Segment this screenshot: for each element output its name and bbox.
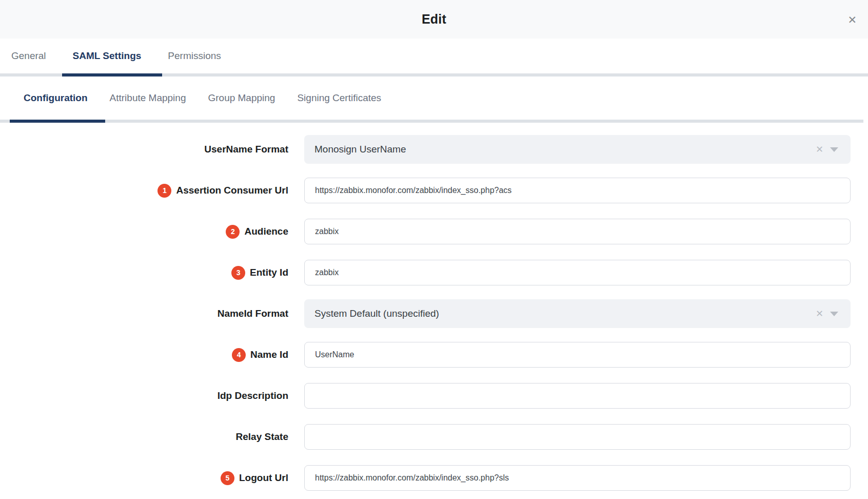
active-tab-indicator: [62, 73, 162, 76]
label-col: Idp Description: [0, 390, 288, 401]
subtab-configuration[interactable]: Configuration: [24, 92, 88, 104]
field-label: Relay State: [236, 431, 288, 443]
name-id-input[interactable]: [304, 342, 851, 368]
nameid-format-select[interactable]: System Default (unspecified)✕: [304, 299, 851, 328]
form-row-logout-url: 5Logout Url: [0, 457, 868, 498]
field-label: Idp Description: [218, 390, 288, 401]
assertion-consumer-url-input[interactable]: [304, 178, 851, 203]
form-row-relay-state: Relay State: [0, 416, 868, 457]
clear-icon[interactable]: ✕: [816, 145, 823, 154]
field-label: Logout Url: [239, 472, 288, 484]
select-value: System Default (unspecified): [314, 308, 816, 319]
form-row-nameid-format: NameId FormatSystem Default (unspecified…: [0, 293, 868, 334]
close-icon[interactable]: ✕: [845, 12, 859, 27]
field-label: Assertion Consumer Url: [176, 185, 288, 196]
form-row-name-id: 4Name Id: [0, 334, 868, 375]
field-col: System Default (unspecified)✕: [304, 299, 851, 328]
step-badge: 4: [232, 348, 246, 362]
form-row-entity-id: 3Entity Id: [0, 252, 868, 293]
select-icons: ✕: [816, 145, 838, 154]
label-col: NameId Format: [0, 308, 288, 319]
label-col: Relay State: [0, 431, 288, 443]
idp-description-input[interactable]: [304, 383, 851, 409]
field-col: [304, 219, 851, 244]
main-tab-track: [0, 73, 868, 76]
field-label: Audience: [244, 226, 288, 237]
step-badge: 3: [231, 266, 245, 280]
subtab-group-mapping[interactable]: Group Mapping: [208, 92, 275, 104]
field-col: [304, 260, 851, 285]
tab-general[interactable]: General: [11, 39, 60, 73]
field-label: Name Id: [250, 349, 288, 360]
form-row-idp-description: Idp Description: [0, 375, 868, 416]
logout-url-input[interactable]: [304, 465, 851, 491]
label-col: UserName Format: [0, 144, 288, 155]
relay-state-input[interactable]: [304, 424, 851, 450]
label-col: 1Assertion Consumer Url: [0, 184, 288, 198]
field-col: [304, 465, 851, 491]
step-badge: 2: [226, 225, 240, 239]
tab-permissions[interactable]: Permissions: [154, 39, 234, 73]
form-row-assertion-consumer-url: 1Assertion Consumer Url: [0, 170, 868, 211]
audience-input[interactable]: [304, 219, 851, 244]
label-col: 4Name Id: [0, 348, 288, 362]
subtab-attribute-mapping[interactable]: Attribute Mapping: [110, 92, 186, 104]
field-label: UserName Format: [204, 144, 288, 155]
select-value: Monosign UserName: [314, 144, 816, 155]
form-row-username-format: UserName FormatMonosign UserName✕: [0, 129, 868, 170]
field-label: NameId Format: [218, 308, 288, 319]
sub-tabbar: ConfigurationAttribute MappingGroup Mapp…: [0, 76, 868, 120]
modal-title: Edit: [422, 12, 446, 27]
active-subtab-indicator: [10, 120, 105, 123]
caret-down-icon[interactable]: [830, 147, 838, 152]
field-label: Entity Id: [250, 267, 288, 278]
modal-header: Edit ✕: [0, 0, 868, 39]
label-col: 5Logout Url: [0, 471, 288, 485]
form-row-audience: 2Audience: [0, 211, 868, 252]
caret-down-icon[interactable]: [830, 312, 838, 316]
username-format-select[interactable]: Monosign UserName✕: [304, 135, 851, 164]
entity-id-input[interactable]: [304, 260, 851, 285]
saml-configuration-form: UserName FormatMonosign UserName✕1Assert…: [0, 123, 868, 498]
step-badge: 5: [221, 471, 234, 485]
label-col: 3Entity Id: [0, 266, 288, 280]
field-col: [304, 383, 851, 409]
field-col: [304, 424, 851, 450]
select-icons: ✕: [816, 309, 838, 318]
label-col: 2Audience: [0, 225, 288, 239]
field-col: Monosign UserName✕: [304, 135, 851, 164]
step-badge: 1: [157, 184, 171, 198]
subtab-signing-certificates[interactable]: Signing Certificates: [297, 92, 381, 104]
tab-saml-settings[interactable]: SAML Settings: [60, 39, 155, 73]
main-tabbar: GeneralSAML SettingsPermissions: [0, 39, 868, 73]
field-col: [304, 342, 851, 368]
sub-tab-track: [0, 120, 863, 123]
field-col: [304, 178, 851, 203]
clear-icon[interactable]: ✕: [816, 309, 823, 318]
